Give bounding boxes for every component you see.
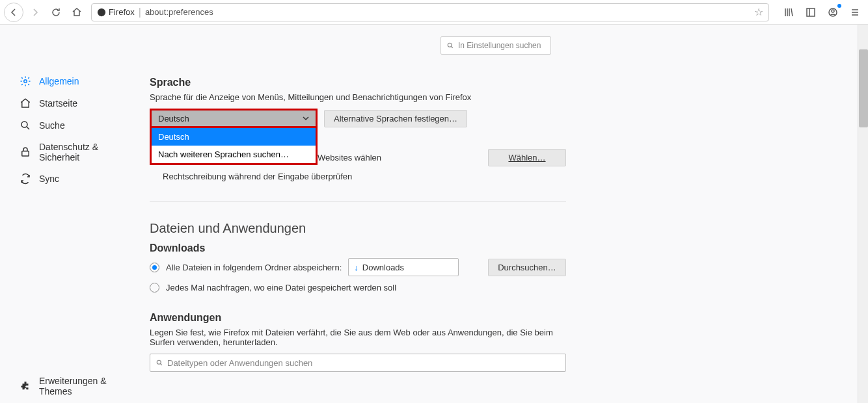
sidebar-item-general[interactable]: Allgemein xyxy=(20,70,124,92)
radio-ask-label: Jedes Mal nachfragen, wo eine Datei gesp… xyxy=(166,283,396,292)
back-button[interactable] xyxy=(4,3,23,22)
svg-point-3 xyxy=(832,10,834,12)
sidebar-item-label: Datenschutz & Sicherheit xyxy=(39,142,124,162)
language-selected-label: Deutsch xyxy=(158,114,189,124)
svg-point-5 xyxy=(21,122,27,127)
preferences-content: Sprache Sprache für die Anzeige von Menü… xyxy=(150,25,566,372)
applications-search-placeholder: Dateitypen oder Anwendungen suchen xyxy=(167,358,312,368)
radio-always-ask[interactable] xyxy=(150,283,159,292)
sidebar-item-home[interactable]: Startseite xyxy=(20,92,124,114)
spellcheck-checkbox-row[interactable]: Rechtschreibung während der Eingabe über… xyxy=(163,172,566,181)
search-icon xyxy=(156,359,163,367)
content-scroll: In Einstellungen suchen Sprache Sprache … xyxy=(124,25,868,403)
sidebar-item-sync[interactable]: Sync xyxy=(20,168,124,190)
alternative-languages-button[interactable]: Alternative Sprachen festlegen… xyxy=(324,110,467,127)
svg-point-8 xyxy=(157,360,161,364)
main-area: Allgemein Startseite Suche Datenschutz &… xyxy=(0,25,868,403)
search-placeholder: In Einstellungen suchen xyxy=(458,41,541,50)
sidebar-item-label: Allgemein xyxy=(39,76,79,86)
spellcheck-label: Rechtschreibung während der Eingabe über… xyxy=(163,172,352,181)
separator: | xyxy=(139,6,141,18)
library-button[interactable] xyxy=(780,3,798,21)
svg-rect-1 xyxy=(807,8,815,16)
radio-save-to-folder[interactable] xyxy=(150,263,159,272)
sidebar-footer-label: Erweiterungen & Themes xyxy=(39,376,124,396)
applications-heading: Anwendungen xyxy=(150,312,566,324)
toolbar-right xyxy=(780,3,864,21)
website-language-partial-label: Websites wählen xyxy=(318,153,381,162)
download-folder-label: Downloads xyxy=(362,263,404,272)
download-ask-radio-row[interactable]: Jedes Mal nachfragen, wo eine Datei gesp… xyxy=(150,283,566,292)
sidebar-item-label: Startseite xyxy=(39,98,77,109)
applications-search-input[interactable]: Dateitypen oder Anwendungen suchen xyxy=(150,354,566,372)
preferences-sidebar: Allgemein Startseite Suche Datenschutz &… xyxy=(0,25,124,403)
reload-button[interactable] xyxy=(47,3,65,21)
svg-point-0 xyxy=(98,8,105,16)
download-folder-input[interactable]: ↓ Downloads xyxy=(348,258,459,276)
language-description: Sprache für die Anzeige von Menüs, Mitte… xyxy=(150,92,566,102)
browse-button[interactable]: Durchsuchen… xyxy=(488,259,566,276)
sidebar-button[interactable] xyxy=(802,3,820,21)
choose-button[interactable]: Wählen… xyxy=(488,149,566,166)
menu-button[interactable] xyxy=(846,3,864,21)
sidebar-item-label: Sync xyxy=(39,174,59,184)
radio-save-label: Alle Dateien in folgendem Ordner abspeic… xyxy=(166,263,342,272)
vertical-scrollbar[interactable] xyxy=(858,25,868,403)
chevron-down-icon xyxy=(303,115,309,122)
scrollbar-thumb[interactable] xyxy=(859,49,868,127)
files-heading: Dateien und Anwendungen xyxy=(150,221,566,236)
download-save-radio-row[interactable]: Alle Dateien in folgendem Ordner abspeic… xyxy=(150,258,566,276)
sidebar-item-privacy[interactable]: Datenschutz & Sicherheit xyxy=(20,136,124,168)
language-select-row: Deutsch Deutsch Nach weiteren Sprachen s… xyxy=(150,109,566,128)
sidebar-item-label: Suche xyxy=(39,120,65,131)
sidebar-item-extensions[interactable]: Erweiterungen & Themes xyxy=(20,370,124,403)
downloads-heading: Downloads xyxy=(150,242,566,254)
language-option-search-more[interactable]: Nach weiteren Sprachen suchen… xyxy=(152,146,316,163)
svg-rect-6 xyxy=(22,151,29,157)
language-dropdown-list: Deutsch Nach weiteren Sprachen suchen… xyxy=(150,128,318,165)
svg-point-4 xyxy=(24,80,27,83)
identity-label: Firefox xyxy=(109,7,135,17)
account-button[interactable] xyxy=(824,3,842,21)
settings-search-input[interactable]: In Einstellungen suchen xyxy=(441,36,551,55)
applications-description: Legen Sie fest, wie Firefox mit Dateien … xyxy=(150,328,566,347)
forward-button[interactable] xyxy=(26,3,44,21)
sidebar-item-search[interactable]: Suche xyxy=(20,114,124,136)
language-option-deutsch[interactable]: Deutsch xyxy=(152,128,316,146)
language-dropdown[interactable]: Deutsch Deutsch Nach weiteren Sprachen s… xyxy=(150,109,318,128)
bookmark-star-icon[interactable]: ☆ xyxy=(754,6,763,18)
identity-box[interactable]: Firefox xyxy=(97,7,135,17)
url-bar[interactable]: Firefox | about:preferences ☆ xyxy=(91,3,769,21)
browser-toolbar: Firefox | about:preferences ☆ xyxy=(0,0,868,25)
section-divider xyxy=(150,201,566,202)
download-icon: ↓ xyxy=(354,263,359,272)
svg-point-7 xyxy=(448,43,452,47)
url-text: about:preferences xyxy=(145,7,750,17)
home-button[interactable] xyxy=(68,3,86,21)
language-heading: Sprache xyxy=(150,77,566,88)
language-dropdown-button[interactable]: Deutsch xyxy=(150,109,318,128)
